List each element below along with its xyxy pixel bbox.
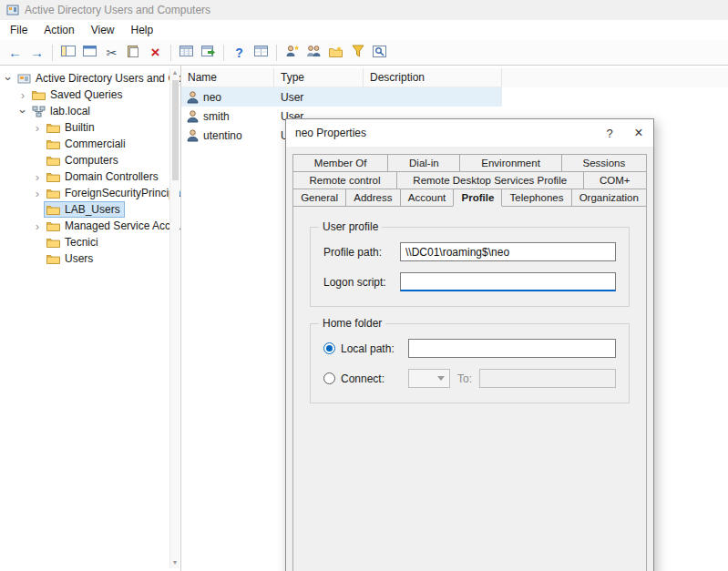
domain-icon xyxy=(32,106,46,117)
user-icon xyxy=(187,91,199,104)
dialog-titlebar[interactable]: neo Properties ? × xyxy=(286,119,653,147)
tab-environment[interactable]: Environment xyxy=(459,154,561,172)
new-ou-button[interactable] xyxy=(325,42,346,63)
scroll-up-icon[interactable]: ▲ xyxy=(172,68,179,78)
export-list-icon xyxy=(201,46,216,60)
drive-letter-select[interactable] xyxy=(408,369,450,388)
local-path-input[interactable] xyxy=(408,339,616,358)
delete-button[interactable]: × xyxy=(145,42,166,63)
tab-profile[interactable]: Profile xyxy=(453,189,502,207)
logon-script-input[interactable] xyxy=(400,272,616,291)
user-profile-group-label: User profile xyxy=(319,220,382,233)
list-row-neo[interactable]: neo User xyxy=(181,87,502,107)
folder-icon xyxy=(46,237,60,248)
menu-help[interactable]: Help xyxy=(123,21,162,39)
scroll-down-icon[interactable]: ▼ xyxy=(172,558,179,568)
tab-dial-in[interactable]: Dial-in xyxy=(387,154,460,172)
forward-button[interactable]: → xyxy=(26,42,47,63)
chevron-expanded-icon[interactable]: › xyxy=(3,72,15,85)
tree-item-label: Tecnici xyxy=(65,236,98,249)
connect-to-input[interactable] xyxy=(479,369,616,388)
tab-remote-control[interactable]: Remote control xyxy=(292,171,397,189)
chevron-collapsed-icon[interactable]: › xyxy=(16,89,29,101)
toolbar-separator xyxy=(52,45,53,61)
row-description xyxy=(364,87,502,107)
menu-action[interactable]: Action xyxy=(36,21,82,39)
directory-root-icon xyxy=(17,73,31,85)
tree-item-builtin[interactable]: › Builtin xyxy=(0,119,180,136)
tree-item-managed-service-accounts[interactable]: › Managed Service Accounts xyxy=(0,218,180,234)
find-button[interactable] xyxy=(369,42,390,63)
forward-icon: → xyxy=(30,46,44,59)
tab-account[interactable]: Account xyxy=(400,189,455,207)
user-profile-group: User profile Profile path: Logon script: xyxy=(310,227,630,307)
scroll-thumb[interactable] xyxy=(172,80,179,180)
paste-button[interactable] xyxy=(123,42,144,63)
tab-sessions[interactable]: Sessions xyxy=(561,154,647,172)
tree-item-label: ForeignSecurityPrincipals xyxy=(65,187,181,199)
new-user-button[interactable] xyxy=(282,42,302,63)
logon-script-label: Logon script: xyxy=(323,276,400,289)
dialog-close-button[interactable]: × xyxy=(624,119,653,147)
toolbar-separator xyxy=(223,45,224,61)
tree-item-foreign-security-principals[interactable]: › ForeignSecurityPrincipals xyxy=(0,185,180,201)
tree-item-lab-users[interactable]: › LAB_Users xyxy=(0,201,180,218)
tab-organization[interactable]: Organization xyxy=(571,189,647,207)
new-user-icon xyxy=(285,45,300,60)
dialog-help-button[interactable]: ? xyxy=(595,119,624,147)
menu-view[interactable]: View xyxy=(83,21,123,39)
console-window-button[interactable] xyxy=(79,42,100,63)
home-folder-group-label: Home folder xyxy=(319,317,385,330)
chevron-collapsed-icon[interactable]: › xyxy=(31,188,44,199)
chevron-collapsed-icon[interactable]: › xyxy=(31,122,44,134)
tree-item-computers[interactable]: › Computers xyxy=(0,152,180,168)
profile-path-input[interactable] xyxy=(400,242,616,261)
show-console-tree-button[interactable] xyxy=(57,42,78,63)
console-tree-pane: › Active Directory Users and Computers ›… xyxy=(0,66,181,571)
chevron-collapsed-icon[interactable]: › xyxy=(31,171,44,183)
tab-com-plus[interactable]: COM+ xyxy=(583,171,647,189)
tab-remote-desktop-services-profile[interactable]: Remote Desktop Services Profile xyxy=(396,171,584,189)
tree-item-saved-queries[interactable]: › Saved Queries xyxy=(0,87,180,103)
connect-radio[interactable] xyxy=(323,372,335,384)
new-group-icon xyxy=(306,45,323,60)
tree-item-users[interactable]: › Users xyxy=(0,250,180,267)
tree-item-tecnici[interactable]: › Tecnici xyxy=(0,234,180,250)
tab-member-of[interactable]: Member Of xyxy=(292,154,388,172)
tab-address[interactable]: Address xyxy=(345,189,400,207)
tree-item-label: Managed Service Accounts xyxy=(65,219,181,232)
tree-item-commerciali[interactable]: › Commerciali xyxy=(0,136,180,152)
connect-label: Connect: xyxy=(341,372,408,385)
column-header-type[interactable]: Type xyxy=(274,68,364,87)
paste-icon xyxy=(128,45,139,60)
tree-item-label: Commerciali xyxy=(65,138,126,150)
filter-button[interactable] xyxy=(347,42,368,63)
properties-button[interactable] xyxy=(251,42,272,63)
back-button[interactable]: ← xyxy=(5,42,26,63)
local-path-radio[interactable] xyxy=(323,342,335,354)
chevron-collapsed-icon[interactable]: › xyxy=(31,220,44,232)
properties-icon xyxy=(254,46,268,59)
chevron-expanded-icon[interactable]: › xyxy=(17,105,29,117)
to-label: To: xyxy=(457,372,472,385)
titlebar[interactable]: Active Directory Users and Computers xyxy=(0,0,728,20)
column-header-name[interactable]: Name xyxy=(181,68,274,87)
tab-general[interactable]: General xyxy=(292,189,346,207)
help-button[interactable]: ? xyxy=(229,42,250,63)
tree-item-lab-local[interactable]: › lab.local xyxy=(0,103,180,119)
tree-item-domain-controllers[interactable]: › Domain Controllers xyxy=(0,168,180,185)
back-icon: ← xyxy=(8,46,22,59)
export-list-button[interactable] xyxy=(198,42,219,63)
tree-item-root[interactable]: › Active Directory Users and Computers xyxy=(0,70,180,87)
tree-scrollbar[interactable]: ▲ ▼ xyxy=(169,68,179,568)
tab-telephones[interactable]: Telephones xyxy=(501,189,571,207)
cut-button[interactable]: ✂ xyxy=(101,42,122,63)
folder-icon xyxy=(46,138,60,149)
menu-file[interactable]: File xyxy=(2,21,36,39)
list-view-button[interactable] xyxy=(176,42,197,63)
column-header-description[interactable]: Description xyxy=(364,68,502,87)
new-group-button[interactable] xyxy=(303,42,324,63)
tree-item-label: Computers xyxy=(65,154,118,167)
profile-tab-page: User profile Profile path: Logon script:… xyxy=(292,206,647,571)
list-view-icon xyxy=(179,46,193,59)
